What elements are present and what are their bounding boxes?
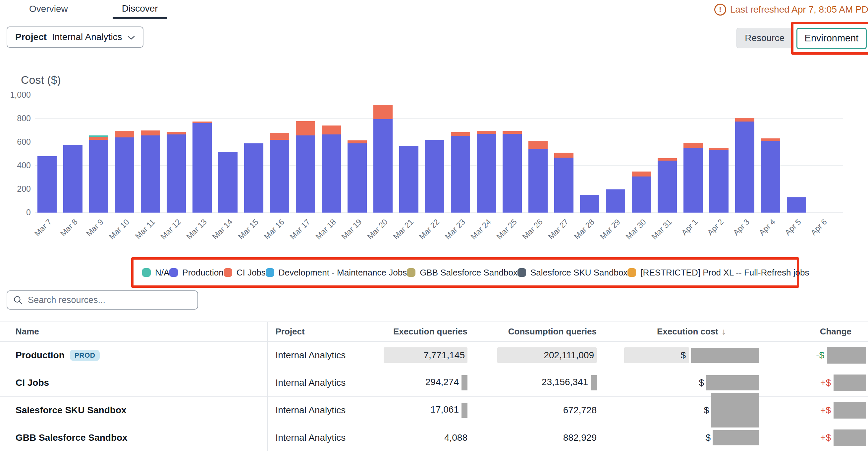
legend-label: GBB Salesforce Sandbox	[420, 267, 518, 278]
bar-segment	[89, 140, 108, 213]
bar-segment	[658, 161, 677, 213]
redacted-value	[706, 375, 759, 390]
execution-queries-value: 17,061	[430, 404, 459, 415]
last-refreshed-status: ! Last refreshed Apr 7, 8:05 AM PDT	[714, 4, 868, 15]
bar-mar-31[interactable]	[658, 158, 677, 213]
resource-project: Internal Analytics	[267, 424, 360, 451]
bar-segment	[451, 132, 470, 136]
bar-mar-14[interactable]	[218, 152, 238, 213]
bar-segment	[709, 148, 728, 150]
resource-toggle-button[interactable]: Resource	[737, 28, 793, 49]
redacted-value	[462, 402, 467, 418]
bar-mar-28[interactable]	[580, 195, 599, 213]
bar-mar-16[interactable]	[270, 133, 289, 213]
legend-item-production[interactable]: Production	[169, 267, 223, 278]
resource-name: GBB Salesforce Sandbox	[16, 432, 128, 443]
legend-item-na[interactable]: N/A	[142, 267, 169, 278]
bar-mar-11[interactable]	[141, 130, 160, 213]
bar-mar-13[interactable]	[192, 122, 212, 213]
bar-mar-29[interactable]	[606, 189, 625, 213]
bar-apr-1[interactable]	[683, 143, 703, 213]
bar-segment	[606, 189, 625, 213]
legend-label: Development - Maintenance Jobs	[279, 267, 407, 278]
tab-overview[interactable]: Overview	[29, 4, 68, 19]
table-row-gbb-salesforce-sandbox[interactable]: GBB Salesforce Sandbox Internal Analytic…	[0, 424, 868, 451]
bar-mar-12[interactable]	[167, 132, 186, 213]
column-header-change[interactable]: Change	[728, 322, 868, 342]
bar-mar-10[interactable]	[115, 131, 134, 213]
consumption-queries-value: 202,111,009	[497, 347, 597, 363]
redacted-value	[827, 347, 866, 363]
environment-toggle-button[interactable]: Environment	[797, 28, 867, 49]
bar-mar-22[interactable]	[425, 140, 444, 213]
column-header-execution-cost[interactable]: Execution cost ↓	[599, 322, 728, 342]
column-header-execution-queries[interactable]: Execution queries	[360, 322, 469, 342]
bar-mar-8[interactable]	[63, 145, 83, 213]
bar-mar-20[interactable]	[373, 105, 393, 213]
bar-mar-26[interactable]	[528, 141, 548, 213]
column-header-consumption-queries[interactable]: Consumption queries	[469, 322, 599, 342]
legend-item-restricted-prod-xl[interactable]: [RESTRICTED] Prod XL -- Full-Refresh job…	[627, 267, 809, 278]
legend-swatch	[627, 268, 636, 277]
bar-mar-7[interactable]	[37, 156, 57, 213]
consumption-queries-value: 672,728	[563, 405, 597, 415]
execution-cost-value: $	[704, 405, 709, 416]
table-row-ci-jobs[interactable]: CI Jobs Internal Analytics 294,274 23,15…	[0, 369, 868, 397]
y-axis-tick: 800	[2, 114, 31, 123]
bar-mar-24[interactable]	[477, 131, 496, 213]
bar-segment	[89, 137, 108, 140]
y-axis-tick: 200	[2, 184, 31, 194]
alert-icon: !	[714, 4, 726, 15]
legend-item-development-maintenance[interactable]: Development - Maintenance Jobs	[266, 267, 407, 278]
project-select-label: Project	[15, 32, 47, 42]
column-header-project[interactable]: Project	[267, 322, 360, 342]
legend-item-ci-jobs[interactable]: CI Jobs	[224, 267, 266, 278]
bar-segment	[63, 145, 83, 213]
bar-mar-18[interactable]	[322, 126, 341, 213]
execution-queries-value: 7,771,145	[384, 347, 467, 363]
bar-segment	[761, 141, 780, 213]
bar-segment	[244, 143, 264, 213]
bar-mar-23[interactable]	[451, 132, 470, 213]
bar-segment	[296, 135, 315, 213]
resource-project: Internal Analytics	[267, 397, 360, 424]
bar-mar-17[interactable]	[296, 121, 315, 213]
bar-segment	[296, 121, 315, 136]
legend-item-gbb-salesforce-sandbox[interactable]: GBB Salesforce Sandbox	[407, 267, 518, 278]
bar-apr-2[interactable]	[709, 148, 728, 213]
bar-segment	[167, 132, 186, 134]
bar-mar-19[interactable]	[347, 140, 367, 213]
bar-segment	[683, 143, 703, 148]
bar-segment	[503, 134, 522, 213]
project-select-dropdown[interactable]: Project Internal Analytics	[7, 27, 144, 48]
bar-mar-27[interactable]	[554, 153, 574, 213]
bar-mar-15[interactable]	[244, 143, 264, 213]
bar-mar-9[interactable]	[89, 135, 108, 213]
bar-apr-3[interactable]	[735, 118, 754, 213]
resource-name: Salesforce SKU Sandbox	[16, 405, 127, 415]
bar-segment	[477, 131, 496, 134]
table-row-salesforce-sku-sandbox[interactable]: Salesforce SKU Sandbox Internal Analytic…	[0, 397, 868, 424]
column-header-name[interactable]: Name	[0, 322, 267, 342]
last-refreshed-text: Last refreshed Apr 7, 8:05 AM PDT	[730, 4, 868, 15]
resource-project: Internal Analytics	[267, 369, 360, 397]
bar-mar-21[interactable]	[399, 146, 418, 213]
bar-mar-30[interactable]	[632, 171, 651, 213]
search-input[interactable]	[27, 295, 191, 305]
bar-segment	[373, 105, 393, 119]
legend-label: CI Jobs	[237, 267, 266, 278]
legend-item-salesforce-sku-sandbox[interactable]: Salesforce SKU Sandbox	[518, 267, 627, 278]
legend-label: [RESTRICTED] Prod XL -- Full-Refresh job…	[641, 267, 809, 278]
table-row-production[interactable]: ProductionPROD Internal Analytics 7,771,…	[0, 342, 868, 369]
tabs: Overview Discover	[29, 0, 167, 19]
tab-discover[interactable]: Discover	[113, 3, 167, 19]
chevron-down-icon	[128, 32, 135, 42]
sort-desc-icon[interactable]: ↓	[721, 326, 726, 337]
bar-segment	[761, 138, 780, 141]
top-tab-bar: Overview Discover ! Last refreshed Apr 7…	[0, 0, 868, 19]
bar-mar-25[interactable]	[503, 131, 522, 213]
bar-apr-5[interactable]	[787, 197, 806, 213]
legend-swatch	[518, 268, 526, 277]
bar-apr-4[interactable]	[761, 138, 780, 213]
bar-segment	[347, 143, 367, 213]
